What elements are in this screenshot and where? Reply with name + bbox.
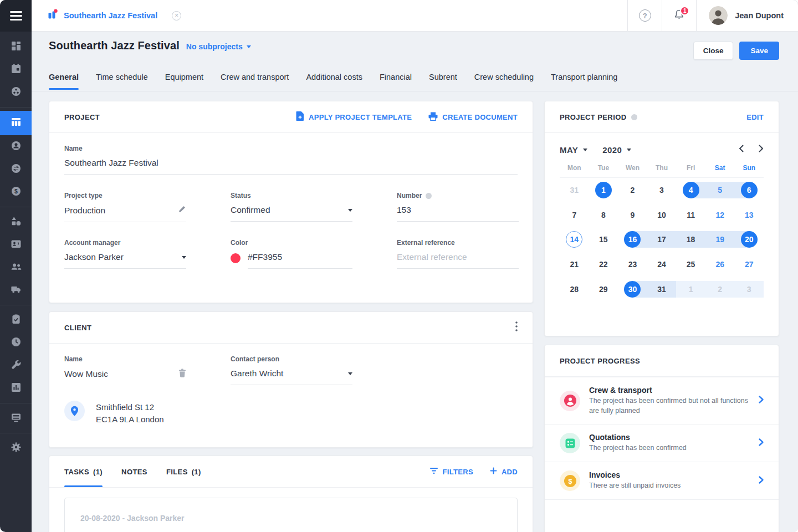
calendar-day[interactable]: 1	[676, 277, 705, 301]
project-type-field[interactable]: Project type Production	[64, 192, 186, 222]
filters-button[interactable]: FILTERS	[429, 467, 473, 476]
month-select[interactable]: MAY	[560, 145, 587, 155]
calendar-day[interactable]: 13	[734, 203, 764, 228]
calendar-day[interactable]: 4	[676, 178, 705, 203]
year-select[interactable]: 2020	[602, 145, 631, 155]
calendar-day[interactable]: 14	[560, 227, 589, 252]
tasks-tab-files[interactable]: FILES (1)	[166, 456, 201, 487]
calendar-day[interactable]: 3	[734, 277, 764, 301]
sidebar-item-contacts[interactable]	[0, 135, 32, 158]
calendar-day[interactable]: 22	[589, 252, 618, 277]
calendar-day[interactable]: 23	[618, 252, 647, 277]
calendar-day[interactable]: 1	[589, 178, 618, 203]
edit-pencil-icon[interactable]	[178, 205, 186, 216]
calendar-day[interactable]: 11	[676, 203, 705, 228]
calendar-day[interactable]: 30	[618, 277, 647, 301]
calendar-day[interactable]: 3	[647, 178, 677, 203]
next-month-button[interactable]	[759, 145, 764, 155]
calendar-day[interactable]: 19	[705, 227, 735, 252]
sidebar-item-equipment[interactable]	[0, 211, 32, 233]
tab-general[interactable]: General	[49, 73, 79, 90]
calendar-day[interactable]: 31	[647, 277, 677, 301]
calendar-day[interactable]: 25	[676, 252, 705, 277]
calendar-day[interactable]: 18	[676, 227, 705, 252]
close-tab-icon[interactable]: ✕	[172, 11, 181, 21]
color-swatch[interactable]	[231, 253, 241, 263]
sidebar-item-dashboard[interactable]	[0, 35, 32, 58]
add-button[interactable]: ADD	[490, 467, 518, 476]
progress-item-crew-transport[interactable]: Crew & transport The project has been co…	[545, 377, 779, 424]
edit-period-button[interactable]: EDIT	[746, 113, 764, 121]
tab-time-schedule[interactable]: Time schedule	[96, 73, 148, 90]
calendar-day[interactable]: 17	[647, 227, 677, 252]
sidebar-item-calendar[interactable]	[0, 58, 32, 81]
prev-month-button[interactable]	[739, 145, 744, 155]
calendar-day[interactable]: 10	[647, 203, 677, 228]
calendar-day[interactable]: 28	[560, 277, 589, 301]
kebab-menu-icon[interactable]	[515, 321, 518, 334]
calendar-day[interactable]: 9	[618, 203, 647, 228]
calendar-day[interactable]: 24	[647, 252, 677, 277]
tab-subrent[interactable]: Subrent	[429, 73, 457, 90]
sidebar-item-tasks[interactable]	[0, 309, 32, 331]
sidebar-item-financial[interactable]: $	[0, 181, 32, 203]
contact-person-field[interactable]: Contact person Gareth Wricht	[231, 355, 352, 386]
calendar-day[interactable]: 6	[734, 178, 764, 203]
calendar-day[interactable]: 5	[705, 178, 735, 203]
sidebar-item-projects[interactable]	[0, 111, 32, 135]
progress-item-quotations[interactable]: Quotations The project has been confirme…	[545, 424, 779, 462]
name-field[interactable]: Name Southearth Jazz Festival	[64, 145, 518, 175]
progress-item-invoices[interactable]: $ Invoices There are still unpaid invoic…	[545, 462, 779, 499]
calendar-day[interactable]: 7	[560, 203, 589, 228]
avatar	[709, 6, 728, 25]
sidebar-item-reports[interactable]	[0, 377, 32, 400]
tab-crew-scheduling[interactable]: Crew scheduling	[474, 73, 534, 90]
sidebar-item-settings[interactable]	[0, 437, 32, 459]
sidebar-item-transport[interactable]	[0, 279, 32, 301]
sidebar-item-crew-contacts[interactable]	[0, 233, 32, 256]
sidebar-item-crew[interactable]	[0, 256, 32, 279]
sidebar-item-repairs[interactable]	[0, 354, 32, 377]
calendar-day[interactable]: 31	[560, 178, 589, 203]
calendar-day[interactable]: 20	[734, 227, 764, 252]
sidebar-item-webshop[interactable]	[0, 407, 32, 429]
apply-project-template-button[interactable]: APPLY PROJECT TEMPLATE	[296, 111, 412, 122]
calendar-day[interactable]: 12	[705, 203, 735, 228]
calendar-day[interactable]: 8	[589, 203, 618, 228]
account-manager-field[interactable]: Account manager Jackson Parker	[64, 239, 186, 269]
sidebar-item-subrent[interactable]	[0, 158, 32, 181]
sidebar-item-planboard[interactable]	[0, 81, 32, 104]
tab-equipment[interactable]: Equipment	[165, 73, 203, 90]
help-button[interactable]: ?	[627, 0, 662, 31]
client-name-field[interactable]: Name Wow Music	[64, 355, 186, 386]
calendar-day[interactable]: 26	[705, 252, 735, 277]
user-menu[interactable]: Jean Dupont	[696, 0, 798, 31]
sidebar-item-time[interactable]	[0, 331, 32, 354]
calendar-day[interactable]: 15	[589, 227, 618, 252]
color-field[interactable]: Color #FF3955	[231, 239, 352, 269]
number-field[interactable]: Number 153	[397, 192, 519, 222]
calendar-day[interactable]: 29	[589, 277, 618, 301]
calendar-day[interactable]: 21	[560, 252, 589, 277]
subprojects-dropdown[interactable]: No subprojects	[186, 42, 251, 51]
tab-crew-and-transport[interactable]: Crew and transport	[221, 73, 289, 90]
task-item[interactable]: 20-08-2020 - Jackson Parker	[64, 498, 518, 532]
trash-icon[interactable]	[178, 369, 186, 380]
tasks-tab-tasks[interactable]: TASKS (1)	[64, 456, 103, 487]
tab-financial[interactable]: Financial	[380, 73, 412, 90]
external-reference-field[interactable]: External reference External reference	[397, 239, 519, 269]
calendar-day[interactable]: 27	[734, 252, 764, 277]
tab-additional-costs[interactable]: Additional costs	[306, 73, 362, 90]
open-project-tab[interactable]: Southearth Jazz Festival ✕	[32, 9, 181, 22]
create-document-button[interactable]: CREATE DOCUMENT	[428, 111, 518, 122]
status-field[interactable]: Status Confirmed	[231, 192, 352, 222]
save-button[interactable]: Save	[739, 42, 779, 60]
calendar-day[interactable]: 2	[705, 277, 735, 301]
tasks-tab-notes[interactable]: NOTES	[121, 456, 147, 487]
calendar-day[interactable]: 16	[618, 227, 647, 252]
tab-transport-planning[interactable]: Transport planning	[551, 73, 617, 90]
notifications-button[interactable]: 1	[662, 0, 696, 31]
hamburger-menu-icon[interactable]	[0, 0, 32, 32]
calendar-day[interactable]: 2	[618, 178, 647, 203]
close-button[interactable]: Close	[693, 42, 734, 60]
